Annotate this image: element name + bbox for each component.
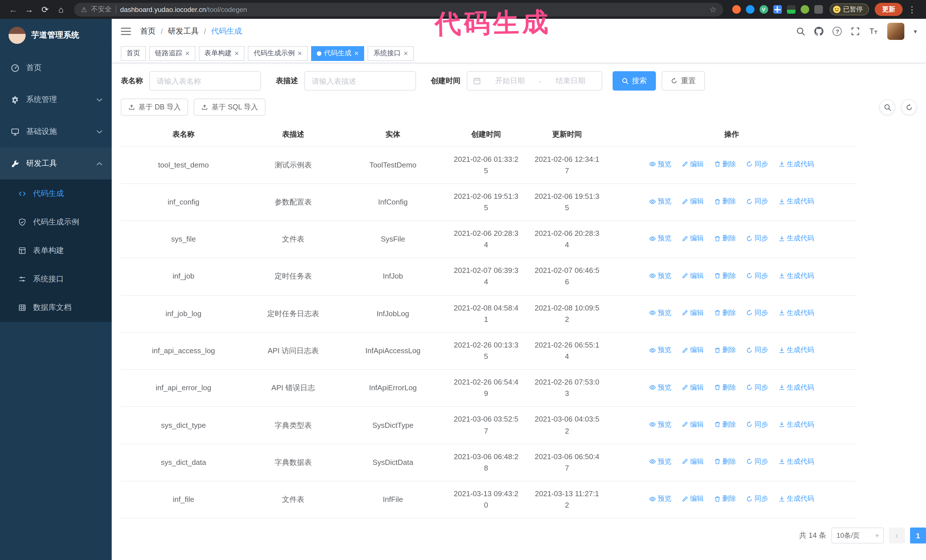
edit-link[interactable]: 编辑 [682, 345, 704, 355]
home-icon[interactable]: ⌂ [54, 2, 68, 17]
delete-link[interactable]: 删除 [714, 494, 736, 504]
forward-icon[interactable]: → [22, 2, 36, 17]
sidebar-subitem-db-doc[interactable]: 数据库文档 [0, 293, 112, 322]
tab-codegen[interactable]: 代码生成× [311, 46, 365, 61]
sync-link[interactable]: 同步 [746, 196, 768, 207]
paused-badge[interactable]: 已暂停 [829, 3, 869, 15]
delete-link[interactable]: 删除 [714, 159, 736, 169]
extension-orange-icon[interactable] [732, 5, 740, 14]
update-button[interactable]: 更新 [875, 3, 903, 16]
delete-link[interactable]: 删除 [714, 196, 736, 207]
table-desc-input[interactable] [304, 71, 416, 91]
extension-dark-green-icon[interactable] [787, 5, 795, 14]
extension-blue-drop-icon[interactable] [746, 5, 754, 14]
tab-close-icon[interactable]: × [298, 50, 302, 57]
tab-close-icon[interactable]: × [235, 50, 239, 57]
help-icon[interactable]: ? [833, 27, 842, 36]
breadcrumb-home[interactable]: 首页 [140, 26, 156, 36]
preview-link[interactable]: 预览 [649, 233, 672, 244]
edit-link[interactable]: 编辑 [682, 494, 704, 504]
tab-home[interactable]: 首页 [121, 46, 146, 61]
extension-leaf-icon[interactable] [800, 5, 809, 14]
edit-link[interactable]: 编辑 [682, 270, 704, 281]
sidebar-subitem-codegen-example[interactable]: 代码生成示例 [0, 208, 112, 236]
extension-vue-devtools-icon[interactable]: V [759, 5, 768, 14]
edit-link[interactable]: 编辑 [682, 308, 704, 318]
breadcrumb-devtools[interactable]: 研发工具 [168, 26, 199, 36]
sidebar-item-system[interactable]: 系统管理 [0, 84, 112, 116]
preview-link[interactable]: 预览 [649, 345, 672, 355]
search-button[interactable]: 搜索 [613, 71, 656, 91]
edit-link[interactable]: 编辑 [682, 456, 704, 467]
tab-form-builder[interactable]: 表单构建× [198, 46, 244, 61]
preview-link[interactable]: 预览 [649, 382, 672, 392]
preview-link[interactable]: 预览 [649, 494, 672, 504]
back-icon[interactable]: ← [6, 2, 21, 17]
extension-grid-icon[interactable] [773, 5, 782, 14]
delete-link[interactable]: 删除 [714, 419, 736, 430]
reset-button[interactable]: 重置 [661, 71, 705, 91]
address-bar[interactable]: ⚠ 不安全 dashboard.yudao.iocoder.cn/tool/co… [74, 3, 723, 16]
preview-link[interactable]: 预览 [649, 456, 672, 467]
generate-code-link[interactable]: 生成代码 [778, 159, 814, 169]
sync-link[interactable]: 同步 [746, 456, 768, 467]
delete-link[interactable]: 删除 [714, 456, 736, 467]
sidebar-subitem-api[interactable]: 系统接口 [0, 265, 112, 293]
tab-close-icon[interactable]: × [404, 50, 408, 57]
extension-puzzle-icon[interactable] [814, 5, 823, 14]
fullscreen-icon[interactable] [851, 27, 860, 36]
delete-link[interactable]: 删除 [714, 345, 736, 355]
generate-code-link[interactable]: 生成代码 [778, 382, 814, 392]
prev-page-button[interactable]: ‹ [889, 528, 905, 544]
delete-link[interactable]: 删除 [714, 233, 736, 244]
sidebar-item-infra[interactable]: 基础设施 [0, 116, 112, 148]
delete-link[interactable]: 删除 [714, 308, 736, 318]
generate-code-link[interactable]: 生成代码 [778, 196, 814, 207]
sync-link[interactable]: 同步 [746, 419, 768, 430]
avatar-caret-icon[interactable]: ▾ [914, 28, 917, 35]
tab-codegen-example[interactable]: 代码生成示例× [248, 46, 307, 61]
reload-icon[interactable]: ⟳ [38, 2, 53, 17]
browser-menu-icon[interactable]: ⋮ [904, 4, 920, 15]
sync-link[interactable]: 同步 [746, 494, 768, 504]
edit-link[interactable]: 编辑 [682, 196, 704, 207]
generate-code-link[interactable]: 生成代码 [778, 456, 814, 467]
tab-api[interactable]: 系统接口× [368, 46, 414, 61]
import-sql-button[interactable]: 基于 SQL 导入 [194, 98, 266, 116]
edit-link[interactable]: 编辑 [682, 233, 704, 244]
edit-link[interactable]: 编辑 [682, 382, 704, 392]
generate-code-link[interactable]: 生成代码 [778, 270, 814, 281]
sync-link[interactable]: 同步 [746, 270, 768, 281]
preview-link[interactable]: 预览 [649, 270, 672, 281]
tab-tracing[interactable]: 链路追踪× [149, 46, 195, 61]
page-size-select[interactable]: 10条/页 ▾ [831, 528, 884, 544]
sync-link[interactable]: 同步 [746, 159, 768, 169]
table-name-input[interactable] [149, 71, 261, 91]
generate-code-link[interactable]: 生成代码 [778, 494, 814, 504]
font-size-icon[interactable] [869, 27, 878, 36]
search-icon[interactable] [796, 27, 805, 36]
github-icon[interactable] [815, 27, 824, 36]
preview-link[interactable]: 预览 [649, 308, 672, 318]
tab-close-icon[interactable]: × [185, 50, 189, 57]
preview-link[interactable]: 预览 [649, 159, 672, 169]
bookmark-star-icon[interactable]: ☆ [705, 5, 720, 14]
sidebar-subitem-form-builder[interactable]: 表单构建 [0, 236, 112, 265]
sync-link[interactable]: 同步 [746, 233, 768, 244]
refresh-table-button[interactable] [901, 99, 917, 115]
generate-code-link[interactable]: 生成代码 [778, 233, 814, 244]
preview-link[interactable]: 预览 [649, 419, 672, 430]
sync-link[interactable]: 同步 [746, 308, 768, 318]
sync-link[interactable]: 同步 [746, 382, 768, 392]
sidebar-subitem-codegen[interactable]: 代码生成 [0, 180, 112, 208]
generate-code-link[interactable]: 生成代码 [778, 308, 814, 318]
edit-link[interactable]: 编辑 [682, 419, 704, 430]
sync-link[interactable]: 同步 [746, 345, 768, 355]
edit-link[interactable]: 编辑 [682, 159, 704, 169]
sidebar-item-home[interactable]: 首页 [0, 52, 112, 84]
sidebar-item-devtools[interactable]: 研发工具 [0, 148, 112, 180]
page-1-button[interactable]: 1 [910, 528, 926, 544]
delete-link[interactable]: 删除 [714, 270, 736, 281]
generate-code-link[interactable]: 生成代码 [778, 345, 814, 355]
tab-close-icon[interactable]: × [354, 50, 359, 57]
